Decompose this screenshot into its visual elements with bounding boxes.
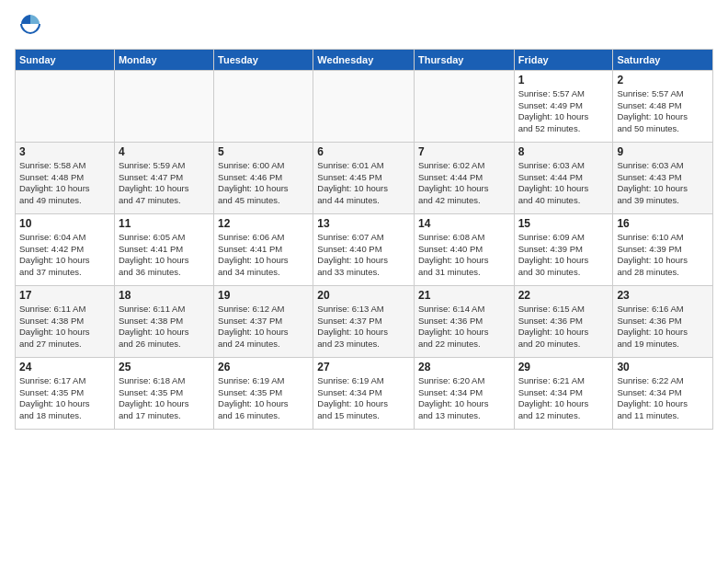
day-info: Sunrise: 6:05 AM Sunset: 4:41 PM Dayligh…	[119, 232, 210, 279]
day-number: 11	[119, 217, 210, 230]
calendar-cell	[114, 70, 213, 142]
calendar-cell: 5Sunrise: 6:00 AM Sunset: 4:46 PM Daylig…	[214, 142, 313, 213]
day-info: Sunrise: 5:57 AM Sunset: 4:49 PM Dayligh…	[518, 88, 609, 135]
weekday-row: SundayMondayTuesdayWednesdayThursdayFrid…	[16, 49, 713, 70]
day-info: Sunrise: 5:58 AM Sunset: 4:48 PM Dayligh…	[19, 160, 110, 207]
calendar-cell: 6Sunrise: 6:01 AM Sunset: 4:45 PM Daylig…	[313, 142, 415, 213]
calendar-cell: 28Sunrise: 6:20 AM Sunset: 4:34 PM Dayli…	[414, 357, 514, 429]
day-number: 23	[617, 289, 709, 302]
calendar-cell	[16, 70, 115, 142]
calendar-cell: 13Sunrise: 6:07 AM Sunset: 4:40 PM Dayli…	[313, 213, 415, 285]
day-number: 10	[19, 217, 110, 230]
day-number: 22	[518, 289, 609, 302]
day-info: Sunrise: 6:04 AM Sunset: 4:42 PM Dayligh…	[19, 232, 110, 279]
day-number: 24	[19, 361, 110, 373]
calendar-cell: 22Sunrise: 6:15 AM Sunset: 4:36 PM Dayli…	[514, 285, 613, 357]
day-info: Sunrise: 6:03 AM Sunset: 4:44 PM Dayligh…	[518, 160, 609, 207]
day-info: Sunrise: 6:09 AM Sunset: 4:39 PM Dayligh…	[518, 232, 609, 279]
calendar-cell: 7Sunrise: 6:02 AM Sunset: 4:44 PM Daylig…	[414, 142, 514, 213]
calendar-cell: 2Sunrise: 5:57 AM Sunset: 4:48 PM Daylig…	[613, 70, 713, 142]
day-info: Sunrise: 6:06 AM Sunset: 4:41 PM Dayligh…	[218, 232, 309, 279]
day-number: 28	[418, 361, 510, 373]
day-number: 8	[518, 145, 609, 158]
calendar-header: SundayMondayTuesdayWednesdayThursdayFrid…	[16, 49, 713, 70]
day-info: Sunrise: 6:18 AM Sunset: 4:35 PM Dayligh…	[119, 375, 210, 422]
day-info: Sunrise: 6:15 AM Sunset: 4:36 PM Dayligh…	[518, 304, 609, 350]
calendar-cell: 17Sunrise: 6:11 AM Sunset: 4:38 PM Dayli…	[16, 285, 115, 357]
calendar-cell: 18Sunrise: 6:11 AM Sunset: 4:38 PM Dayli…	[114, 285, 213, 357]
day-number: 17	[19, 289, 110, 302]
calendar-cell	[313, 70, 415, 142]
calendar-cell: 21Sunrise: 6:14 AM Sunset: 4:36 PM Dayli…	[414, 285, 514, 357]
calendar-cell: 9Sunrise: 6:03 AM Sunset: 4:43 PM Daylig…	[613, 142, 713, 213]
calendar-week-row: 17Sunrise: 6:11 AM Sunset: 4:38 PM Dayli…	[16, 285, 713, 357]
calendar-week-row: 24Sunrise: 6:17 AM Sunset: 4:35 PM Dayli…	[16, 357, 713, 429]
day-info: Sunrise: 5:59 AM Sunset: 4:47 PM Dayligh…	[119, 160, 210, 207]
day-info: Sunrise: 6:02 AM Sunset: 4:44 PM Dayligh…	[418, 160, 510, 207]
day-info: Sunrise: 6:01 AM Sunset: 4:45 PM Dayligh…	[317, 160, 410, 207]
calendar-cell: 4Sunrise: 5:59 AM Sunset: 4:47 PM Daylig…	[114, 142, 213, 213]
weekday-header: Thursday	[414, 49, 514, 70]
calendar-cell: 10Sunrise: 6:04 AM Sunset: 4:42 PM Dayli…	[16, 213, 115, 285]
day-number: 9	[617, 145, 709, 158]
day-info: Sunrise: 6:14 AM Sunset: 4:36 PM Dayligh…	[418, 304, 510, 350]
day-number: 25	[119, 361, 210, 373]
weekday-header: Tuesday	[214, 49, 313, 70]
day-number: 20	[317, 289, 410, 302]
day-number: 21	[418, 289, 510, 302]
page: SundayMondayTuesdayWednesdayThursdayFrid…	[0, 0, 728, 563]
logo	[15, 11, 43, 41]
calendar-cell: 26Sunrise: 6:19 AM Sunset: 4:35 PM Dayli…	[214, 357, 313, 429]
day-info: Sunrise: 6:00 AM Sunset: 4:46 PM Dayligh…	[218, 160, 309, 207]
day-info: Sunrise: 6:22 AM Sunset: 4:34 PM Dayligh…	[617, 375, 709, 422]
calendar-body: 1Sunrise: 5:57 AM Sunset: 4:49 PM Daylig…	[16, 70, 713, 429]
calendar-cell: 29Sunrise: 6:21 AM Sunset: 4:34 PM Dayli…	[514, 357, 613, 429]
header	[15, 11, 713, 41]
day-info: Sunrise: 6:07 AM Sunset: 4:40 PM Dayligh…	[317, 232, 410, 279]
calendar-cell: 27Sunrise: 6:19 AM Sunset: 4:34 PM Dayli…	[313, 357, 415, 429]
day-info: Sunrise: 6:19 AM Sunset: 4:34 PM Dayligh…	[317, 375, 410, 422]
day-info: Sunrise: 6:12 AM Sunset: 4:37 PM Dayligh…	[218, 304, 309, 350]
day-number: 2	[617, 74, 709, 86]
day-number: 26	[218, 361, 309, 373]
day-number: 1	[518, 74, 609, 86]
calendar-cell: 25Sunrise: 6:18 AM Sunset: 4:35 PM Dayli…	[114, 357, 213, 429]
weekday-header: Saturday	[613, 49, 713, 70]
calendar-cell: 16Sunrise: 6:10 AM Sunset: 4:39 PM Dayli…	[613, 213, 713, 285]
calendar: SundayMondayTuesdayWednesdayThursdayFrid…	[15, 49, 713, 430]
weekday-header: Wednesday	[313, 49, 415, 70]
day-info: Sunrise: 6:19 AM Sunset: 4:35 PM Dayligh…	[218, 375, 309, 422]
weekday-header: Sunday	[16, 49, 115, 70]
day-number: 3	[19, 145, 110, 158]
calendar-week-row: 1Sunrise: 5:57 AM Sunset: 4:49 PM Daylig…	[16, 70, 713, 142]
calendar-cell: 15Sunrise: 6:09 AM Sunset: 4:39 PM Dayli…	[514, 213, 613, 285]
day-info: Sunrise: 6:13 AM Sunset: 4:37 PM Dayligh…	[317, 304, 410, 350]
day-info: Sunrise: 6:16 AM Sunset: 4:36 PM Dayligh…	[617, 304, 709, 350]
day-info: Sunrise: 6:10 AM Sunset: 4:39 PM Dayligh…	[617, 232, 709, 279]
day-info: Sunrise: 6:11 AM Sunset: 4:38 PM Dayligh…	[119, 304, 210, 350]
day-number: 19	[218, 289, 309, 302]
day-info: Sunrise: 6:11 AM Sunset: 4:38 PM Dayligh…	[19, 304, 110, 350]
day-number: 12	[218, 217, 309, 230]
day-number: 16	[617, 217, 709, 230]
calendar-cell: 23Sunrise: 6:16 AM Sunset: 4:36 PM Dayli…	[613, 285, 713, 357]
day-info: Sunrise: 6:21 AM Sunset: 4:34 PM Dayligh…	[518, 375, 609, 422]
day-number: 4	[119, 145, 210, 158]
day-info: Sunrise: 6:20 AM Sunset: 4:34 PM Dayligh…	[418, 375, 510, 422]
calendar-cell: 8Sunrise: 6:03 AM Sunset: 4:44 PM Daylig…	[514, 142, 613, 213]
day-number: 29	[518, 361, 609, 373]
calendar-cell: 1Sunrise: 5:57 AM Sunset: 4:49 PM Daylig…	[514, 70, 613, 142]
weekday-header: Friday	[514, 49, 613, 70]
day-number: 30	[617, 361, 709, 373]
weekday-header: Monday	[114, 49, 213, 70]
day-number: 6	[317, 145, 410, 158]
calendar-cell: 20Sunrise: 6:13 AM Sunset: 4:37 PM Dayli…	[313, 285, 415, 357]
calendar-cell: 24Sunrise: 6:17 AM Sunset: 4:35 PM Dayli…	[16, 357, 115, 429]
calendar-cell	[214, 70, 313, 142]
day-number: 18	[119, 289, 210, 302]
day-number: 5	[218, 145, 309, 158]
day-number: 7	[418, 145, 510, 158]
calendar-week-row: 3Sunrise: 5:58 AM Sunset: 4:48 PM Daylig…	[16, 142, 713, 213]
day-number: 27	[317, 361, 410, 373]
day-info: Sunrise: 5:57 AM Sunset: 4:48 PM Dayligh…	[617, 88, 709, 135]
